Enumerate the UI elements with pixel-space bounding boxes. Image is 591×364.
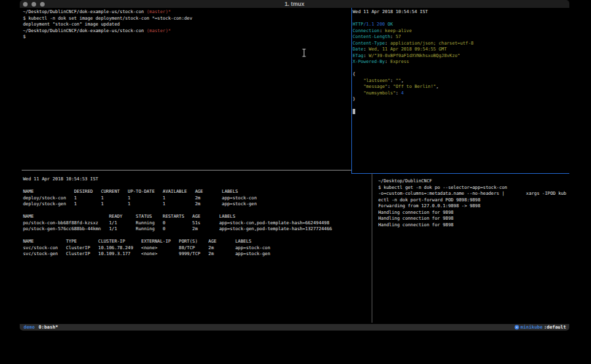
terminal-line: -o=custom-columns=:metadata.name --no-he… <box>378 191 566 197</box>
pane-kubectl-get-bottom-left[interactable]: Wed 11 Apr 2018 10:54:53 IST NAME DESIRE… <box>23 176 332 258</box>
terminal-line: "numsymbols": 4 <box>353 91 473 97</box>
tmux-status-bar: demo 0:bash* minikube:default <box>20 324 569 331</box>
pane-shell-top-left[interactable]: ~/Desktop/DublinCNCF/dok-example-us/stoc… <box>23 9 192 41</box>
terminal-line <box>23 183 332 190</box>
pane-divider-horizontal-active[interactable] <box>351 173 569 174</box>
kube-status-segment: minikube:default <box>514 324 566 331</box>
terminal-line <box>23 208 332 214</box>
terminal-line: NAME DESIRED CURRENT UP-TO-DATE AVAILABL… <box>23 189 332 195</box>
terminal-line: svc/stock-gen ClusterIP 10.109.3.177 <no… <box>23 251 332 258</box>
terminal-line: Date: Wed, 11 Apr 2018 09:54:55 GMT <box>353 47 473 53</box>
terminal-line <box>353 16 473 22</box>
terminal-line: Handling connection for 9898 <box>378 216 566 222</box>
terminal-line: Handling connection for 9898 <box>378 222 566 229</box>
terminal-window: 1. tmux ~/Desktop/DublinCNCF/dok-example… <box>20 0 569 331</box>
terminal-line: ~/Desktop/DublinCNCF/dok-example-us/stoc… <box>23 28 192 35</box>
pane-divider-horizontal-left[interactable] <box>22 170 351 171</box>
terminal-line: $ kubectl -n dok set image deployment/st… <box>23 16 192 22</box>
terminal-line: ETag: W/"39-0xBPf9aF1dXVNkhsxoBQgJ8vKzo" <box>353 53 473 60</box>
terminal-line: Content-Type: application/json; charset=… <box>353 41 473 47</box>
terminal-line <box>23 233 332 239</box>
terminal-line: deploy/stock-con 1 1 1 1 2m app=stock-co… <box>23 195 332 202</box>
kubernetes-helm-icon <box>514 325 519 330</box>
terminal-content: ~/Desktop/DublinCNCF/dok-example-us/stoc… <box>20 8 569 324</box>
pane-divider-vertical-bottom[interactable] <box>372 173 372 323</box>
terminal-line: NAME READY STATUS RESTARTS AGE LABELS <box>23 214 332 220</box>
terminal-line: Forwarding from 127.0.0.1:9898 -> 9898 <box>378 203 566 210</box>
terminal-line: NAME TYPE CLUSTER-IP EXTERNAL-IP PORT(S)… <box>23 239 332 245</box>
terminal-line <box>353 66 473 72</box>
terminal-line <box>353 109 473 115</box>
terminal-line: $ kubectl get -n dok po --selector=app=s… <box>378 185 566 192</box>
terminal-line <box>353 103 473 110</box>
terminal-line: Connection: keep-alive <box>353 28 473 35</box>
terminal-line: { <box>353 71 473 78</box>
desktop: 1. tmux ~/Desktop/DublinCNCF/dok-example… <box>0 0 591 364</box>
window-titlebar[interactable]: 1. tmux <box>20 0 569 8</box>
terminal-line: ~/Desktop/DublinCNCF/dok-example-us/stoc… <box>23 9 192 16</box>
terminal-line: ectl -n dok port-forward POD 9898:9898 <box>378 197 566 204</box>
terminal-line: ~/Desktop/DublinCNCF <box>378 178 566 185</box>
terminal-line: Wed 11 Apr 2018 10:54:54 IST <box>353 9 473 16</box>
terminal-line: deploy/stock-gen 1 1 1 1 2m app=stock-ge… <box>23 201 332 208</box>
pane-port-forward-bottom-right[interactable]: ~/Desktop/DublinCNCF$ kubectl get -n dok… <box>378 178 566 228</box>
terminal-line: HTTP/1.1 200 OK <box>353 22 473 28</box>
kube-context: minikube <box>521 324 543 331</box>
terminal-line: Content-Length: 57 <box>353 34 473 41</box>
terminal-line: $ <box>23 34 192 41</box>
terminal-line: po/stock-con-bb68f88fd-kzsxz 1/1 Running… <box>23 220 332 227</box>
terminal-line: "message": "Off to Berlin!", <box>353 84 473 91</box>
terminal-line: Handling connection for 9898 <box>378 210 566 216</box>
terminal-line: X-Powered-By: Express <box>353 59 473 66</box>
terminal-line: "lastseen": "", <box>353 78 473 85</box>
mouse-ibeam-cursor <box>301 47 307 60</box>
kube-namespace: :default <box>544 324 566 331</box>
terminal-line: } <box>353 96 473 103</box>
pane-divider-vertical-active[interactable] <box>351 8 352 173</box>
window-title: 1. tmux <box>20 0 569 8</box>
terminal-line: deployment "stock-con" image updated <box>23 22 192 28</box>
pane-http-response-top-right[interactable]: Wed 11 Apr 2018 10:54:54 IST HTTP/1.1 20… <box>353 9 473 115</box>
tmux-window-label[interactable]: 0:bash* <box>39 324 58 331</box>
tmux-session-name: demo <box>24 324 35 331</box>
terminal-line: Wed 11 Apr 2018 10:54:53 IST <box>23 176 332 183</box>
terminal-line: po/stock-gen-576cc688bb-44kmn 1/1 Runnin… <box>23 226 332 233</box>
terminal-line: svc/stock-con ClusterIP 10.106.78.249 <n… <box>23 245 332 252</box>
